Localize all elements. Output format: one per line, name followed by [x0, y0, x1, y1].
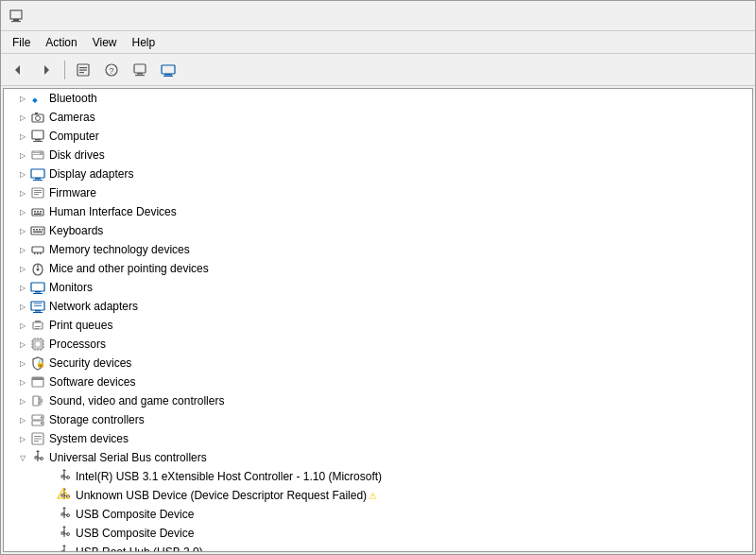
expand-icon-10[interactable]: ▷ — [15, 280, 30, 295]
display-button[interactable] — [155, 58, 181, 82]
tree-item-14[interactable]: ▷ 🔒 Security devices — [4, 354, 752, 373]
svg-rect-64 — [35, 328, 39, 329]
expand-icon-9[interactable]: ▷ — [15, 261, 30, 276]
tree-item-4[interactable]: ▷ Display adapters — [4, 165, 752, 183]
tree-item-15[interactable]: ▷ Software devices — [4, 373, 752, 391]
expand-icon-7[interactable]: ▷ — [15, 223, 30, 238]
tree-item-7[interactable]: ▷ Keyboards — [4, 221, 752, 240]
expand-icon-0[interactable]: ▷ — [15, 91, 30, 106]
item-label-21: Unknown USB Device (Device Descriptor Re… — [76, 489, 367, 502]
svg-marker-112 — [62, 507, 66, 509]
minimize-button[interactable] — [617, 1, 661, 31]
svg-rect-66 — [35, 341, 41, 347]
svg-rect-37 — [37, 211, 39, 213]
tree-item-2[interactable]: ▷ Computer — [4, 127, 752, 146]
device-icon-0: ⬥ — [30, 91, 45, 106]
forward-button[interactable] — [33, 58, 60, 82]
menu-help[interactable]: Help — [125, 34, 163, 51]
expand-icon-16[interactable]: ▷ — [15, 393, 30, 408]
menu-file[interactable]: File — [5, 34, 38, 51]
device-icon-12 — [30, 318, 45, 333]
expand-icon-11[interactable]: ▷ — [15, 299, 30, 314]
device-icon-9 — [30, 261, 45, 276]
device-manager-window: File Action View Help ? — [0, 0, 756, 555]
back-button[interactable] — [5, 58, 31, 82]
tree-item-19[interactable]: ▽ Universal Serial Bus controllers — [4, 448, 752, 467]
item-label-6: Human Interface Devices — [49, 205, 177, 218]
menu-view[interactable]: View — [85, 34, 125, 51]
close-button[interactable] — [704, 1, 747, 31]
expand-icon-13[interactable]: ▷ — [15, 337, 30, 352]
device-icon-11 — [30, 299, 45, 314]
expand-icon-3[interactable]: ▷ — [15, 147, 30, 163]
svg-marker-92 — [36, 450, 40, 452]
svg-rect-45 — [33, 232, 43, 234]
tree-item-9[interactable]: ▷ Mice and other pointing devices — [4, 259, 752, 278]
device-icon-19 — [30, 450, 45, 465]
item-label-10: Monitors — [49, 281, 93, 294]
menu-action[interactable]: Action — [38, 34, 84, 51]
tree-item-5[interactable]: ▷ Firmware — [4, 183, 752, 202]
svg-rect-1 — [13, 19, 19, 21]
expand-icon-8[interactable]: ▷ — [15, 242, 30, 257]
svg-rect-49 — [40, 252, 42, 254]
properties-button[interactable] — [70, 58, 96, 82]
expand-icon-5[interactable]: ▷ — [15, 185, 30, 200]
expand-icon-1[interactable]: ▷ — [15, 110, 30, 125]
scan-button[interactable] — [127, 58, 153, 82]
device-icon-13 — [30, 337, 45, 352]
item-label-7: Keyboards — [49, 224, 103, 237]
device-icon-24 — [57, 545, 72, 552]
tree-item-20[interactable]: Intel(R) USB 3.1 eXtensible Host Control… — [4, 467, 752, 486]
svg-rect-21 — [32, 130, 43, 139]
item-label-20: Intel(R) USB 3.1 eXtensible Host Control… — [76, 470, 382, 483]
tree-item-21[interactable]: ! Unknown USB Device (Device Descriptor … — [4, 486, 752, 505]
item-label-17: Storage controllers — [49, 413, 145, 426]
svg-rect-88 — [34, 436, 42, 437]
tree-item-6[interactable]: ▷ Human Interface Devices — [4, 202, 752, 221]
maximize-button[interactable] — [661, 1, 704, 31]
item-label-4: Display adapters — [49, 167, 133, 181]
svg-rect-34 — [34, 194, 39, 195]
tree-item-16[interactable]: ▷ Sound, video and game controllers — [4, 391, 752, 410]
svg-rect-125 — [61, 551, 64, 552]
svg-text:?: ? — [110, 66, 114, 76]
expand-icon-19[interactable]: ▽ — [15, 450, 30, 465]
svg-marker-118 — [62, 526, 66, 528]
help-button[interactable]: ? — [98, 58, 125, 82]
expand-icon-17[interactable]: ▷ — [15, 412, 30, 427]
svg-point-85 — [41, 416, 43, 418]
expand-icon-18[interactable]: ▷ — [15, 431, 30, 446]
device-icon-2 — [30, 129, 45, 144]
tree-item-8[interactable]: ▷ Memory technology devices — [4, 240, 752, 259]
svg-rect-57 — [35, 310, 41, 312]
svg-rect-43 — [39, 229, 41, 231]
expand-icon-12[interactable]: ▷ — [15, 318, 30, 333]
svg-rect-82 — [33, 396, 39, 406]
svg-rect-40 — [31, 227, 44, 234]
tree-item-18[interactable]: ▷ System devices — [4, 429, 752, 448]
tree-item-13[interactable]: ▷ Processors — [4, 335, 752, 354]
expand-icon-4[interactable]: ▷ — [15, 166, 30, 182]
device-tree[interactable]: ▷ ⬥ Bluetooth ▷ Cameras ▷ Computer ▷ Dis… — [3, 88, 753, 552]
tree-item-12[interactable]: ▷ Print queues — [4, 316, 752, 335]
tree-item-10[interactable]: ▷ Monitors — [4, 278, 752, 297]
tree-item-3[interactable]: ▷ Disk drives — [4, 146, 752, 165]
tree-item-1[interactable]: ▷ Cameras — [4, 108, 752, 127]
svg-rect-15 — [164, 74, 172, 76]
expand-icon-14[interactable]: ▷ — [15, 356, 30, 371]
device-icon-17 — [30, 412, 45, 427]
device-icon-6 — [30, 204, 45, 219]
tree-item-23[interactable]: USB Composite Device — [4, 524, 752, 543]
tree-item-0[interactable]: ▷ ⬥ Bluetooth — [4, 89, 752, 108]
tree-item-22[interactable]: USB Composite Device — [4, 505, 752, 524]
window-icon — [9, 9, 24, 24]
expand-icon-15[interactable]: ▷ — [15, 374, 30, 390]
expand-icon-2[interactable]: ▷ — [15, 129, 30, 144]
device-icon-21: ! — [57, 488, 72, 503]
expand-icon-6[interactable]: ▷ — [15, 204, 30, 219]
item-label-19: Universal Serial Bus controllers — [49, 451, 207, 464]
tree-item-11[interactable]: ▷ Network adapters — [4, 297, 752, 316]
tree-item-24[interactable]: USB Root Hub (USB 3.0) — [4, 543, 752, 552]
tree-item-17[interactable]: ▷ Storage controllers — [4, 410, 752, 429]
